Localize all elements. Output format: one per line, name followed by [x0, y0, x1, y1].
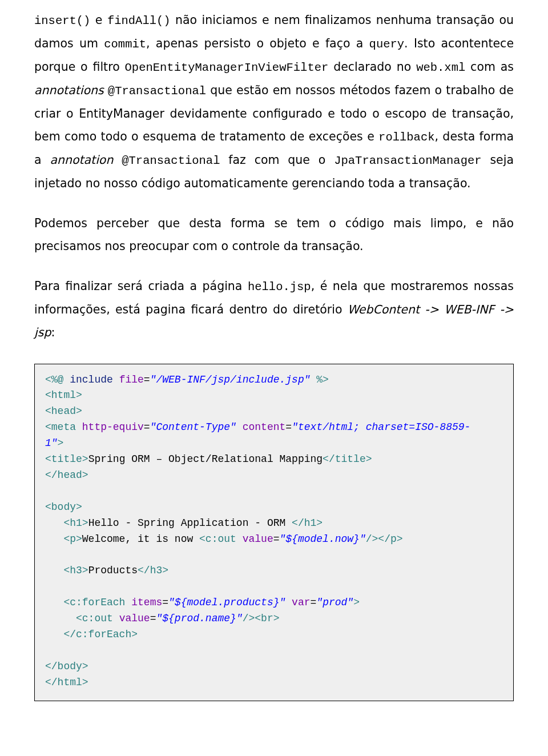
tok: "/WEB-INF/jsp/include.jsp" [150, 374, 311, 385]
tok: <meta [45, 421, 82, 433]
tok: Hello - Spring Application - ORM [88, 517, 292, 529]
paragraph-3: Para finalizar será criada a página hell… [34, 275, 514, 344]
tok: "prod" [316, 597, 353, 608]
tok: = [311, 597, 317, 608]
tok: "${model.products}" [168, 597, 285, 608]
code-transactional: @Transactional [108, 85, 206, 98]
code-commit: commit [104, 38, 146, 51]
tok: items [131, 597, 162, 608]
tok: </h3> [138, 565, 168, 576]
tok: file [119, 374, 144, 385]
tok: </title> [323, 453, 372, 465]
tok: = [144, 421, 150, 433]
tok: <c:forEach [45, 597, 131, 608]
tok: /></p> [366, 533, 403, 545]
tok: value [119, 613, 150, 624]
tok: </h1> [292, 517, 323, 529]
tok: = [285, 421, 292, 433]
tok: <c:out [199, 533, 243, 545]
tok: <h1> [45, 517, 88, 529]
tok: <p> [45, 533, 82, 545]
text [113, 153, 122, 167]
tok: content [236, 421, 285, 433]
code-query: query [369, 38, 405, 51]
tok: <c:out [45, 613, 119, 624]
tok: var [285, 597, 310, 608]
tok: </body> [45, 661, 88, 672]
tok: </html> [45, 677, 88, 688]
tok: include [63, 374, 119, 385]
code-insert: insert() [34, 14, 90, 27]
paragraph-2: Podemos perceber que desta forma se tem … [34, 212, 514, 258]
text: faz com que o [220, 153, 334, 167]
tok: value [243, 533, 273, 545]
code-hellojsp: hello.jsp [248, 280, 311, 293]
tok: <%@ [45, 374, 63, 385]
code-transactional: @Transactional [122, 154, 220, 167]
text-italic: annotations [34, 83, 104, 97]
code-filter: OpenEntityManagerInViewFilter [125, 61, 329, 74]
code-webxml: web.xml [416, 61, 465, 74]
tok: = [273, 533, 280, 545]
code-jpatm: JpaTransactionManager [334, 154, 481, 167]
text-italic: annotation [50, 153, 113, 167]
tok: "${prod.name}" [156, 613, 242, 624]
tok: <html> [45, 389, 82, 401]
paragraph-1: insert() e findAll() não iniciamos e nem… [34, 9, 514, 195]
tok: Spring ORM – Object/Relational Mapping [88, 453, 323, 465]
tok: "${model.now}" [280, 533, 366, 545]
tok: "Content-Type" [150, 421, 236, 433]
text: : [51, 325, 55, 339]
tok: <head> [45, 405, 82, 417]
text: , apenas persisto o objeto e faço a [146, 37, 369, 50]
code-rollback: rollback [378, 131, 434, 144]
tok: http-equiv [82, 421, 144, 433]
text: declarado no [328, 60, 416, 74]
text: e [90, 13, 107, 27]
code-block: <%@ include file="/WEB-INF/jsp/include.j… [34, 364, 514, 702]
code-findall: findAll() [107, 14, 171, 27]
tok: > [58, 437, 64, 449]
tok: "text/html; charset=ISO-8859- [292, 421, 470, 433]
tok: <title> [45, 453, 88, 465]
tok: 1" [45, 437, 58, 449]
tok: Welcome, it is now [82, 533, 199, 545]
page: insert() e findAll() não iniciamos e nem… [0, 0, 548, 756]
tok: <h3> [45, 565, 88, 576]
text: com as [465, 60, 514, 74]
tok: > [353, 597, 360, 608]
tok: %> [311, 374, 329, 385]
text: Para finalizar será criada a página [34, 279, 248, 293]
tok: </c:forEach> [45, 629, 138, 640]
tok: = [144, 374, 150, 385]
tok: /><br> [243, 613, 280, 624]
tok: </head> [45, 469, 88, 481]
text [104, 83, 108, 97]
tok: = [150, 613, 156, 624]
tok: <body> [45, 501, 82, 513]
tok: Products [88, 565, 138, 576]
tok: = [162, 597, 168, 608]
